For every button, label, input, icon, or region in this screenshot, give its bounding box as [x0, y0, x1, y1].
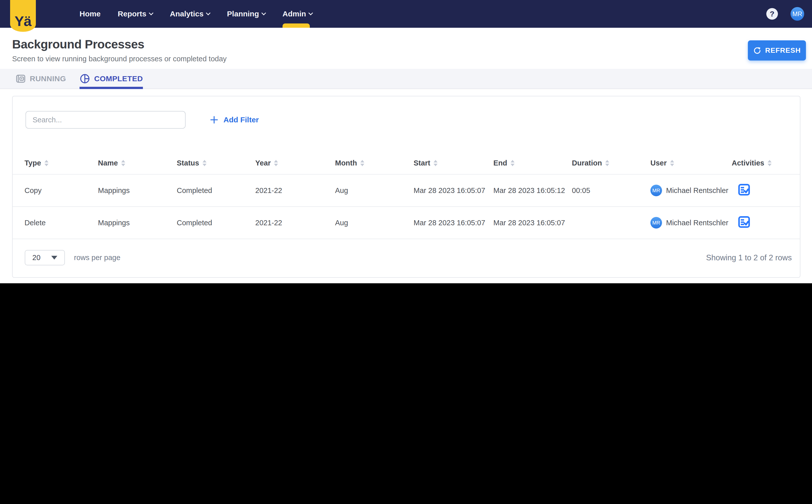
column-header-year[interactable]: Year: [255, 159, 335, 167]
table-header-row: Type Name Status Year Month: [13, 152, 800, 175]
filter-bar: Add Filter: [13, 96, 800, 129]
cell-start: Mar 28 2023 16:05:07: [414, 219, 493, 227]
rows-per-page-value: 20: [32, 254, 40, 262]
nav-item-label: Reports: [118, 10, 146, 18]
nav-item-home[interactable]: Home: [79, 0, 100, 28]
pagination-bar: 20 rows per page Showing 1 to 2 of 2 row…: [13, 238, 800, 277]
avatar-initials: MR: [652, 220, 660, 226]
cell-year: 2021-22: [255, 186, 335, 195]
cell-end: Mar 28 2023 16:05:12: [493, 186, 572, 195]
cell-status: Completed: [177, 219, 255, 227]
search-input[interactable]: [25, 111, 185, 129]
help-button[interactable]: ?: [766, 8, 778, 20]
sort-icon: [768, 160, 772, 166]
user-avatar[interactable]: MR: [791, 7, 804, 21]
column-header-end[interactable]: End: [493, 159, 572, 167]
user-avatar: MR: [651, 185, 662, 196]
rows-per-page-select[interactable]: 20: [25, 250, 65, 265]
brand-logo[interactable]: Yä: [10, 0, 36, 32]
table-row: Delete Mappings Completed 2021-22 Aug Ma…: [13, 207, 800, 239]
cell-end: Mar 28 2023 16:05:07: [493, 219, 572, 227]
tab-strip: RUNNING COMPLETED: [0, 69, 812, 89]
sort-icon: [202, 160, 207, 166]
column-header-activities[interactable]: Activities: [732, 159, 800, 167]
plus-icon: [210, 116, 219, 124]
cell-type: Copy: [24, 186, 98, 195]
completed-pie-icon: [79, 73, 90, 84]
user-name: Michael Rentschler: [666, 219, 728, 227]
active-tab-indicator: [79, 87, 143, 89]
refresh-icon: [753, 46, 761, 54]
nav-item-planning[interactable]: Planning: [227, 0, 265, 28]
chevron-down-icon: [261, 11, 266, 15]
column-header-user[interactable]: User: [651, 159, 732, 167]
main-nav: Home Reports Analytics Planning Admin: [79, 0, 312, 28]
tab-completed[interactable]: COMPLETED: [79, 69, 143, 89]
task-list-check-icon: [737, 183, 751, 197]
table-row: Copy Mappings Completed 2021-22 Aug Mar …: [13, 175, 800, 207]
question-mark-icon: ?: [770, 10, 774, 18]
cell-start: Mar 28 2023 16:05:07: [414, 186, 493, 195]
sort-icon: [121, 160, 125, 166]
sort-icon: [670, 160, 674, 166]
page-title: Background Processes: [12, 37, 227, 51]
avatar-initials: MR: [793, 10, 802, 18]
sort-icon: [605, 160, 609, 166]
top-navbar: Home Reports Analytics Planning Admin ?: [0, 0, 812, 28]
cell-user: MR Michael Rentschler: [651, 217, 732, 229]
add-filter-button[interactable]: Add Filter: [210, 111, 259, 129]
activity-log-button[interactable]: [737, 183, 751, 197]
active-nav-indicator: [283, 23, 310, 28]
sort-icon: [433, 160, 438, 166]
page: Home Reports Analytics Planning Admin ?: [0, 0, 812, 283]
task-list-check-icon: [737, 215, 751, 229]
cell-duration: 00:05: [572, 186, 651, 195]
user-name: Michael Rentschler: [666, 186, 728, 195]
sort-icon: [274, 160, 278, 166]
avatar-initials: MR: [652, 188, 660, 193]
cell-user: MR Michael Rentschler: [651, 185, 732, 196]
content-card: Add Filter Type Name Status Year: [12, 96, 800, 278]
processes-table: Type Name Status Year Month: [13, 152, 800, 239]
chevron-down-icon: [206, 11, 210, 15]
nav-item-reports[interactable]: Reports: [118, 0, 152, 28]
rows-per-page-label: rows per page: [74, 254, 120, 262]
column-header-start[interactable]: Start: [414, 159, 493, 167]
pagination-summary: Showing 1 to 2 of 2 rows: [706, 253, 792, 262]
cell-type: Delete: [24, 219, 98, 227]
cell-month: Aug: [335, 219, 414, 227]
nav-item-admin[interactable]: Admin: [283, 0, 312, 28]
page-subtitle: Screen to view running background proces…: [12, 55, 227, 63]
sort-icon: [360, 160, 364, 166]
cell-activities: [732, 215, 800, 231]
add-filter-label: Add Filter: [224, 116, 259, 124]
caret-down-icon: [51, 256, 57, 260]
cell-year: 2021-22: [255, 219, 335, 227]
user-avatar: MR: [651, 217, 662, 229]
column-header-duration[interactable]: Duration: [572, 159, 651, 167]
nav-item-label: Admin: [283, 10, 306, 18]
nav-item-label: Planning: [227, 10, 259, 18]
activity-log-button[interactable]: [737, 215, 751, 229]
cell-name: Mappings: [98, 219, 177, 227]
chevron-down-icon: [308, 11, 313, 15]
chevron-down-icon: [149, 11, 153, 15]
page-header: Background Processes Screen to view runn…: [12, 37, 227, 63]
brand-logo-text: Yä: [15, 14, 32, 28]
cell-status: Completed: [177, 186, 255, 195]
nav-item-label: Home: [79, 10, 100, 18]
nav-item-analytics[interactable]: Analytics: [170, 0, 210, 28]
refresh-label: REFRESH: [765, 46, 801, 54]
sort-icon: [44, 160, 48, 166]
refresh-button[interactable]: REFRESH: [748, 40, 806, 61]
column-header-month[interactable]: Month: [335, 159, 414, 167]
column-header-name[interactable]: Name: [98, 159, 177, 167]
tab-label: COMPLETED: [94, 74, 143, 83]
column-header-type[interactable]: Type: [24, 159, 98, 167]
running-processes-icon: [16, 74, 26, 84]
cell-month: Aug: [335, 186, 414, 195]
tab-label: RUNNING: [30, 74, 66, 83]
tab-running[interactable]: RUNNING: [16, 69, 66, 89]
column-header-status[interactable]: Status: [177, 159, 255, 167]
sort-icon: [510, 160, 514, 166]
